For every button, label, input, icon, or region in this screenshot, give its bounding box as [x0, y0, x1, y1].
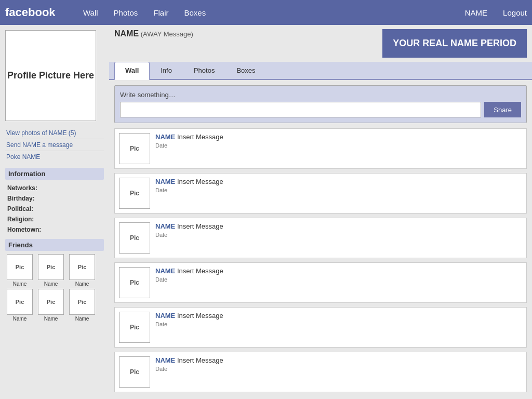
tab-wall[interactable]: Wall [114, 62, 150, 80]
friends-header: Friends [5, 239, 104, 251]
info-birthday: Birthday: [5, 193, 104, 204]
profile-name: NAME [114, 29, 139, 38]
write-label: Write something… [120, 91, 521, 99]
profile-name-area: NAME (AWAY Message) [114, 29, 382, 38]
post-message: Insert Message [177, 222, 223, 230]
friend-item[interactable]: Pic Name [5, 289, 34, 322]
post-date: Date [155, 187, 522, 193]
post-date: Date [155, 232, 522, 238]
sidebar-links: View photos of NAME (5) Send NAME a mess… [5, 127, 104, 163]
post-date: Date [155, 321, 522, 327]
wall-post: Pic NAME Insert Message Date [114, 128, 527, 169]
post-message: Insert Message [177, 133, 223, 141]
post-date: Date [155, 142, 522, 149]
wall-post: Pic NAME Insert Message Date [114, 218, 527, 258]
friend-pic: Pic [7, 254, 33, 280]
nav-flair[interactable]: Flair [153, 8, 168, 17]
post-pic: Pic [119, 312, 150, 343]
post-date: Date [155, 276, 522, 283]
sidebar: Profile Picture Here View photos of NAME… [0, 25, 109, 399]
post-pic: Pic [119, 178, 150, 209]
friend-item[interactable]: Pic Name [36, 289, 65, 322]
info-religion: Religion: [5, 214, 104, 224]
brand-logo[interactable]: facebook [5, 6, 73, 19]
post-message: Insert Message [177, 178, 223, 185]
real-name-box: YOUR REAL NAME PERIOD [382, 29, 527, 58]
friend-pic: Pic [69, 254, 95, 280]
wall-post: Pic NAME Insert Message Date [114, 307, 527, 348]
page: Profile Picture Here View photos of NAME… [0, 25, 532, 399]
post-pic: Pic [119, 133, 150, 164]
send-message-link[interactable]: Send NAME a message [5, 139, 104, 151]
navbar: facebook Wall Photos Flair Boxes NAME Lo… [0, 0, 532, 25]
post-body: NAME Insert Message Date [155, 133, 522, 164]
write-box: Write something… Share [114, 85, 527, 123]
profile-picture: Profile Picture Here [5, 30, 96, 121]
tab-photos[interactable]: Photos [183, 62, 225, 79]
post-body: NAME Insert Message Date [155, 222, 522, 254]
tab-info[interactable]: Info [150, 62, 183, 79]
post-body: NAME Insert Message Date [155, 356, 522, 388]
post-pic: Pic [119, 222, 150, 254]
post-name[interactable]: NAME [155, 267, 175, 275]
write-input-row: Share [120, 102, 521, 117]
post-name[interactable]: NAME [155, 312, 175, 320]
post-name[interactable]: NAME [155, 178, 175, 185]
info-networks: Networks: [5, 183, 104, 193]
friend-pic: Pic [69, 289, 95, 315]
friend-pic: Pic [38, 289, 64, 315]
friend-name: Name [75, 316, 89, 322]
nav-links: Wall Photos Flair Boxes [83, 8, 465, 17]
wall-post: Pic NAME Insert Message Date [114, 173, 527, 214]
nav-photos[interactable]: Photos [114, 8, 138, 17]
poke-link[interactable]: Poke NAME [5, 151, 104, 163]
friend-name: Name [44, 281, 58, 287]
post-date: Date [155, 366, 522, 372]
view-photos-link[interactable]: View photos of NAME (5) [5, 127, 104, 139]
friend-item[interactable]: Pic Name [68, 254, 97, 287]
friend-item[interactable]: Pic Name [36, 254, 65, 287]
friend-name: Name [75, 281, 89, 287]
post-body: NAME Insert Message Date [155, 267, 522, 298]
nav-profile-name[interactable]: NAME [465, 8, 487, 17]
post-body: NAME Insert Message Date [155, 178, 522, 209]
write-input[interactable] [120, 102, 481, 117]
nav-logout[interactable]: Logout [503, 8, 527, 17]
friend-name: Name [44, 316, 58, 322]
post-name[interactable]: NAME [155, 222, 175, 230]
friend-name: Name [13, 281, 27, 287]
nav-boxes[interactable]: Boxes [184, 8, 206, 17]
tab-boxes[interactable]: Boxes [225, 62, 266, 79]
post-pic: Pic [119, 267, 150, 298]
wall-content: Write something… Share Pic NAME Insert M… [109, 80, 532, 399]
post-message: Insert Message [177, 356, 223, 364]
post-name[interactable]: NAME [155, 356, 175, 364]
info-hometown: Hometown: [5, 224, 104, 235]
post-message: Insert Message [177, 267, 223, 275]
tabs: Wall Info Photos Boxes [109, 62, 532, 80]
post-name[interactable]: NAME [155, 133, 175, 141]
friend-pic: Pic [7, 289, 33, 315]
post-body: NAME Insert Message Date [155, 312, 522, 343]
information-section: Networks: Birthday: Political: Religion:… [5, 183, 104, 235]
friends-grid: Pic Name Pic Name Pic Name Pic Name Pic … [5, 254, 104, 322]
main-content: NAME (AWAY Message) YOUR REAL NAME PERIO… [109, 25, 532, 399]
nav-wall[interactable]: Wall [83, 8, 98, 17]
post-pic: Pic [119, 356, 150, 388]
wall-post: Pic NAME Insert Message Date [114, 352, 527, 392]
information-header: Information [5, 168, 104, 180]
post-message: Insert Message [177, 312, 223, 320]
away-message: (AWAY Message) [141, 30, 193, 38]
friend-pic: Pic [38, 254, 64, 280]
info-political: Political: [5, 204, 104, 214]
share-button[interactable]: Share [484, 102, 521, 117]
wall-post: Pic NAME Insert Message Date [114, 262, 527, 303]
nav-right: NAME Logout [465, 8, 527, 17]
profile-header: NAME (AWAY Message) YOUR REAL NAME PERIO… [109, 25, 532, 62]
friend-name: Name [13, 316, 27, 322]
posts-container: Pic NAME Insert Message Date Pic NAME In… [114, 128, 527, 392]
friend-item[interactable]: Pic Name [68, 289, 97, 322]
friend-item[interactable]: Pic Name [5, 254, 34, 287]
